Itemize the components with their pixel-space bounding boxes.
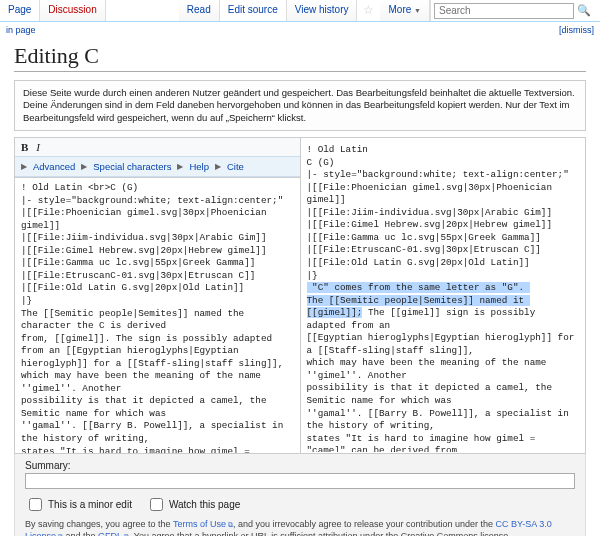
chevron-right-icon: ▶ [21, 162, 27, 171]
diff-pane: ! Old Latin C (G) |- style="background:w… [301, 138, 586, 453]
minor-edit-check[interactable]: This is a minor edit [25, 495, 132, 514]
in-page-link[interactable]: in page [6, 25, 36, 35]
tab-edit-source[interactable]: Edit source [220, 0, 287, 21]
minor-edit-checkbox[interactable] [29, 498, 42, 511]
toolbar-help[interactable]: Help [187, 161, 211, 172]
top-tabs: Page Discussion Read Edit source View hi… [0, 0, 600, 22]
watch-page-check[interactable]: Watch this page [146, 495, 240, 514]
gfdl-link[interactable]: GFDL [98, 531, 129, 536]
legal-text: By saving changes, you agree to the Term… [25, 518, 575, 536]
tab-view-history[interactable]: View history [287, 0, 358, 21]
tab-discussion[interactable]: Discussion [40, 0, 105, 21]
conflict-notice: Diese Seite wurde durch einen anderen Nu… [14, 80, 586, 131]
chevron-right-icon: ▶ [177, 162, 183, 171]
source-editor[interactable]: ! Old Latin <br>C (G) |- style="backgrou… [15, 178, 300, 453]
bold-button[interactable]: B [21, 141, 28, 153]
summary-label: Summary: [25, 460, 575, 471]
page-title: Editing C [14, 43, 586, 72]
search-input[interactable] [434, 3, 574, 19]
chevron-down-icon: ▼ [414, 7, 421, 14]
toolbar-cite[interactable]: Cite [225, 161, 246, 172]
edit-area: B I ▶ Advanced ▶ Special characters ▶ He… [14, 137, 586, 454]
tab-read[interactable]: Read [179, 0, 220, 21]
dismiss-link[interactable]: [dismiss] [559, 25, 594, 35]
save-panel: Summary: This is a minor edit Watch this… [14, 454, 586, 536]
watch-star-icon[interactable]: ☆ [357, 0, 380, 21]
chevron-right-icon: ▶ [215, 162, 221, 171]
chevron-right-icon: ▶ [81, 162, 87, 171]
search-icon[interactable]: 🔍 [577, 4, 591, 17]
summary-input[interactable] [25, 473, 575, 489]
editor-toolbar: B I ▶ Advanced ▶ Special characters ▶ He… [15, 138, 300, 178]
watch-page-checkbox[interactable] [150, 498, 163, 511]
diff-view: ! Old Latin C (G) |- style="background:w… [301, 138, 586, 452]
editor-pane: B I ▶ Advanced ▶ Special characters ▶ He… [15, 138, 301, 453]
tab-more[interactable]: More ▼ [380, 0, 430, 21]
toolbar-special-chars[interactable]: Special characters [91, 161, 173, 172]
italic-button[interactable]: I [36, 141, 40, 153]
tab-page[interactable]: Page [0, 0, 40, 21]
terms-link[interactable]: Terms of Use [173, 519, 233, 529]
toolbar-advanced[interactable]: Advanced [31, 161, 77, 172]
